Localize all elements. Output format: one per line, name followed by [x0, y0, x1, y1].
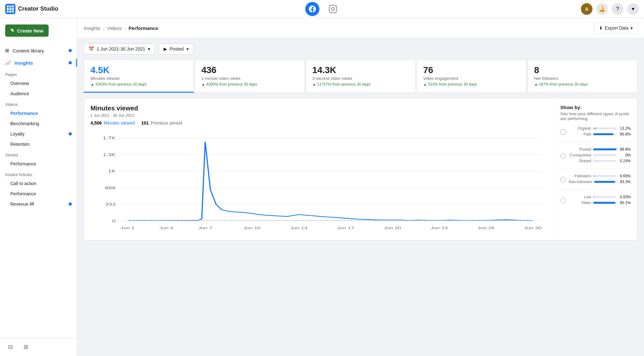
- bar-pct: 0%: [619, 153, 631, 157]
- show-by-row-3[interactable]: Live 4.93% Video 95.1%: [560, 195, 631, 206]
- chart-legend: 4,506 Minutes viewed 101 Previous period: [90, 120, 547, 126]
- sidebar-item-call-to-action[interactable]: Call to action: [0, 178, 77, 189]
- metric-value: 436: [201, 65, 298, 75]
- metric-card-3[interactable]: 76 Video engagement ▲ 533% from previous…: [416, 60, 526, 93]
- chart-prev-label: Previous period: [151, 120, 182, 126]
- sidebar-item-revenue-lift[interactable]: Revenue lift: [0, 199, 77, 209]
- main-layout: ✎ Create New ⊞ Content library 📈 Insight…: [0, 18, 644, 356]
- metric-card-4[interactable]: 8 Net followers ▲ 167% from previous 30 …: [527, 60, 638, 93]
- bar-label: Posted: [569, 147, 591, 152]
- chart-current-label: Minutes viewed: [104, 120, 135, 126]
- sidebar-item-stories-performance[interactable]: Performance: [0, 159, 77, 169]
- metric-card-2[interactable]: 14.3K 3-second video views ▲ 11757% from…: [306, 60, 416, 93]
- sidebar-item-insights[interactable]: 📈 Insights: [0, 57, 77, 69]
- bar-label: Live: [569, 195, 591, 199]
- loyalty-dot: [69, 132, 72, 136]
- instagram-nav-button[interactable]: [327, 3, 339, 15]
- date-chevron-icon: ▾: [148, 46, 150, 52]
- breadcrumb-insights[interactable]: Insights: [84, 25, 100, 31]
- trend-up-icon: ▲: [534, 82, 538, 87]
- sidebar-item-retention[interactable]: Retention: [0, 139, 77, 149]
- bar-fill: [593, 148, 617, 150]
- sidebar-nav: ⊞ Content library 📈 Insights Pages Overv…: [0, 43, 77, 338]
- chart-section: Minutes viewed 1 Jun 2021 - 30 Jun 2021 …: [84, 98, 638, 240]
- sidebar-item-loyalty[interactable]: Loyalty: [0, 129, 77, 139]
- svg-point-2: [335, 6, 335, 7]
- posted-filter[interactable]: ▶ Posted ▾: [159, 43, 194, 54]
- bar-pct: 6.69%: [619, 174, 631, 178]
- topnav-center: [82, 2, 562, 16]
- sidebar-item-content-library[interactable]: ⊞ Content library: [0, 44, 77, 57]
- metric-card-1[interactable]: 436 1-minute video views ▲ 4260% from pr…: [194, 60, 305, 93]
- sidebar-item-audience[interactable]: Audience: [0, 89, 77, 99]
- metric-card-0[interactable]: 4.5K Minutes viewed ▲ 4343% from previou…: [84, 60, 194, 93]
- export-icon: ⬇: [599, 25, 603, 31]
- show-by-group-0: Organic 13.2% Paid 86.8%: [560, 126, 631, 142]
- radio-button-2[interactable]: [560, 177, 566, 183]
- sidebar-grid-button[interactable]: ⊞: [21, 342, 31, 352]
- bar-track: [593, 127, 617, 129]
- topnav-left: Creator Studio: [5, 4, 82, 14]
- chart-current-value: 4,506: [90, 120, 102, 126]
- svg-text:0: 0: [112, 219, 116, 223]
- section-label-videos: Videos: [0, 99, 77, 108]
- bar-label: Organic: [569, 126, 591, 131]
- breadcrumb-videos[interactable]: Videos: [107, 25, 122, 31]
- metric-change: ▲ 11757% from previous 30 days: [312, 82, 409, 87]
- bar-row-1-0: Posted 99.8%: [569, 147, 631, 152]
- breadcrumb-current: Performance: [128, 25, 158, 31]
- sidebar-item-ia-performance[interactable]: Performance: [0, 189, 77, 199]
- metric-change: ▲ 4343% from previous 30 days: [90, 82, 187, 87]
- export-data-button[interactable]: ⬇ Export Data ▾: [594, 23, 638, 33]
- insights-dot: [69, 61, 72, 64]
- bar-track: [593, 202, 617, 204]
- app-title: Creator Studio: [18, 5, 58, 12]
- radio-button-1[interactable]: [560, 153, 566, 159]
- calendar-icon: 📅: [89, 46, 94, 52]
- sidebar-item-performance[interactable]: Performance: [0, 108, 77, 118]
- date-range-filter[interactable]: 📅 1 Jun 2021-30 Jun 2021 ▾: [84, 43, 155, 54]
- bar-row-2-1: Non-followers 93.3%: [569, 180, 631, 184]
- chart-main: Minutes viewed 1 Jun 2021 - 30 Jun 2021 …: [84, 98, 554, 240]
- metric-value: 4.5K: [90, 65, 187, 75]
- app-logo: [5, 4, 15, 14]
- user-avatar[interactable]: A: [581, 3, 592, 15]
- bar-row-0-1: Paid 86.8%: [569, 132, 631, 136]
- sidebar-item-overview[interactable]: Overview: [0, 78, 77, 89]
- bar-pct: 13.2%: [619, 126, 631, 131]
- bar-row-0-0: Organic 13.2%: [569, 126, 631, 131]
- trend-up-icon: ▲: [423, 82, 427, 87]
- section-label-pages: Pages: [0, 69, 77, 78]
- bar-fill: [593, 202, 615, 204]
- bar-row-3-0: Live 4.93%: [569, 195, 631, 199]
- show-by-row-2[interactable]: Followers 6.69% Non-followers 93.3%: [560, 174, 631, 185]
- bar-fill: [593, 133, 613, 135]
- bar-row-1-1: Crossposted 0%: [569, 153, 631, 157]
- bar-track: [593, 148, 617, 150]
- metric-value: 76: [423, 65, 520, 75]
- show-by-group-1: Posted 99.8% Crossposted 0% Shared 0.24%: [560, 147, 631, 169]
- bar-row-2-0: Followers 6.69%: [569, 174, 631, 178]
- radio-button-3[interactable]: [560, 198, 566, 203]
- metric-change: ▲ 167% from previous 30 days: [534, 82, 631, 87]
- divider-2: [560, 189, 631, 190]
- show-by-row-0[interactable]: Organic 13.2% Paid 86.8%: [560, 126, 631, 138]
- more-button[interactable]: ▾: [627, 3, 639, 15]
- show-by-desc: See how your different types of posts ar…: [560, 111, 631, 121]
- bar-row-1-2: Shared 0.24%: [569, 159, 631, 163]
- svg-rect-0: [329, 5, 336, 13]
- metric-label: 1-minute video views: [201, 76, 298, 81]
- radio-button-0[interactable]: [560, 129, 566, 135]
- show-by-row-1[interactable]: Posted 99.8% Crossposted 0% Shared 0.24%: [560, 147, 631, 164]
- bar-pct: 99.8%: [619, 147, 631, 152]
- notifications-button[interactable]: 🔔: [596, 3, 608, 15]
- sidebar-collapse-button[interactable]: ⊟: [5, 342, 15, 352]
- create-icon: ✎: [10, 28, 14, 33]
- create-new-button[interactable]: ✎ Create New: [5, 24, 49, 37]
- show-by-group-2: Followers 6.69% Non-followers 93.3%: [560, 174, 631, 190]
- help-button[interactable]: ?: [612, 3, 623, 15]
- sidebar-item-benchmarking[interactable]: Benchmarking: [0, 118, 77, 129]
- insights-icon: 📈: [5, 60, 11, 66]
- facebook-nav-button[interactable]: [305, 2, 319, 16]
- bar-label: Crossposted: [569, 153, 591, 157]
